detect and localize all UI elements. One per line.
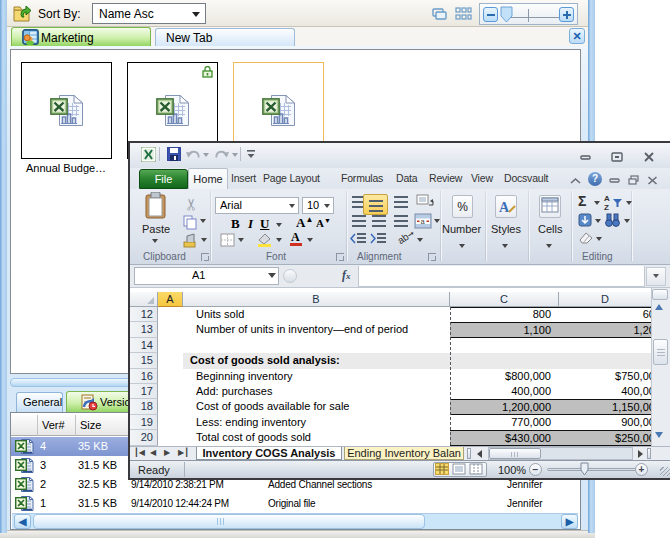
svg-text:A: A: [499, 200, 510, 215]
